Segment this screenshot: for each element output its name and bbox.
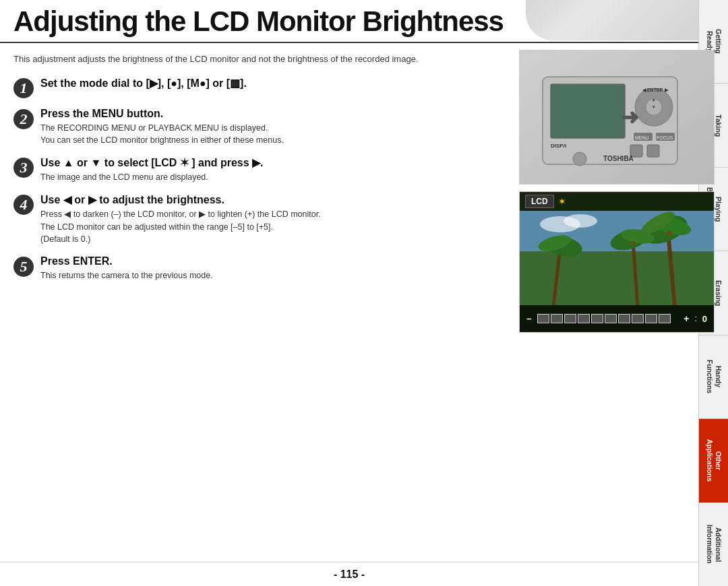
step-5-content: Press ENTER. This returns the camera to … [40, 255, 506, 282]
step-number-2: 2 [13, 109, 34, 129]
svg-text:TOSHIBA: TOSHIBA [603, 155, 634, 162]
step-2: 2 Press the MENU button. The RECORDING M… [13, 108, 506, 148]
svg-text:DISP/i: DISP/i [551, 143, 566, 149]
page-header: Adjusting the LCD Monitor Brightness [0, 0, 728, 43]
brightness-colon: : [694, 314, 696, 323]
step-4-desc: Press ◀ to darken (–) the LCD monitor, o… [40, 208, 506, 246]
steps-section: 1 Set the mode dial to [▶], [●], [M●] or… [13, 77, 506, 282]
page-number: - 115 - [334, 568, 365, 581]
svg-text:MENU: MENU [635, 135, 649, 140]
bright-box-5 [591, 314, 603, 323]
bright-box-4 [578, 314, 590, 323]
sidebar-tab-handy[interactable]: HandyFunctions [699, 335, 728, 419]
main-content: This adjustment adjusts the brightness o… [0, 43, 728, 564]
brightness-minus: – [526, 313, 532, 324]
svg-point-18 [564, 214, 597, 228]
bright-box-3 [564, 314, 576, 323]
svg-text:◀ ENTER ▶: ◀ ENTER ▶ [642, 88, 669, 92]
bright-box-1 [537, 314, 549, 323]
intro-text: This adjustment adjusts the brightness o… [13, 53, 506, 66]
bright-box-2 [551, 314, 563, 323]
step-4: 4 Use ◀ or ▶ to adjust the brightness. P… [13, 193, 506, 246]
camera-image-bottom: LCD ✶ [519, 191, 715, 333]
step-number-1: 1 [13, 78, 34, 98]
content-area: This adjustment adjusts the brightness o… [0, 43, 519, 564]
step-3: 3 Use ▲ or ▼ to select [LCD ✶ ] and pres… [13, 156, 506, 184]
svg-text:▴: ▴ [653, 97, 655, 102]
step-5-title: Press ENTER. [40, 255, 506, 267]
page-title: Adjusting the LCD Monitor Brightness [13, 5, 715, 38]
svg-text:FOCUS: FOCUS [657, 135, 673, 140]
bright-box-10 [659, 314, 671, 323]
lcd-brightness-bar: – + : 0 [520, 305, 714, 332]
right-column: ➜ ◀ ENTER ▶ ▾ ▴ MENU [519, 43, 728, 564]
step-2-content: Press the MENU button. The RECORDING MEN… [40, 108, 506, 148]
step-3-content: Use ▲ or ▼ to select [LCD ✶ ] and press … [40, 156, 506, 184]
bright-box-7 [618, 314, 630, 323]
bright-box-9 [645, 314, 657, 323]
step-2-title: Press the MENU button. [40, 108, 506, 120]
camera-diagram: ◀ ENTER ▶ ▾ ▴ MENU FOCUS DISP/i [529, 60, 704, 174]
svg-point-30 [667, 230, 672, 236]
sun-icon: ✶ [558, 196, 566, 207]
svg-rect-19 [520, 251, 714, 305]
step-2-desc: The RECORDING MENU or PLAYBACK MENU is d… [40, 122, 506, 148]
step-3-title: Use ▲ or ▼ to select [LCD ✶ ] and press … [40, 156, 506, 169]
lcd-label: LCD [525, 195, 554, 208]
lcd-header-bar: LCD ✶ [520, 192, 714, 211]
bright-box-6 [605, 314, 617, 323]
sidebar-tab-additional[interactable]: AdditionalInformation [699, 503, 728, 586]
step-1: 1 Set the mode dial to [▶], [●], [M●] or… [13, 77, 506, 98]
palm-scene-svg [520, 211, 714, 305]
step-5-desc: This returns the camera to the previous … [40, 269, 506, 282]
step-3-desc: The image and the LCD menu are displayed… [40, 171, 506, 184]
step-1-title: Set the mode dial to [▶], [●], [M●] or [… [40, 77, 506, 90]
page-footer: - 115 - [0, 562, 698, 586]
svg-point-31 [631, 241, 635, 245]
step-number-5: 5 [13, 257, 34, 277]
brightness-value: 0 [702, 314, 707, 324]
palm-tree-scene [520, 211, 714, 305]
step-number-4: 4 [13, 195, 34, 215]
brightness-boxes [537, 314, 679, 323]
bright-box-8 [632, 314, 644, 323]
sidebar-tab-other[interactable]: OtherApplications [699, 419, 728, 502]
camera-image-top: ➜ ◀ ENTER ▶ ▾ ▴ MENU [519, 50, 715, 185]
step-4-content: Use ◀ or ▶ to adjust the brightness. Pre… [40, 193, 506, 246]
svg-text:▾: ▾ [653, 104, 655, 109]
arrow-indicator: ➜ [621, 104, 639, 130]
brightness-plus: + [684, 313, 689, 324]
step-number-3: 3 [13, 158, 34, 178]
svg-rect-12 [647, 145, 659, 157]
step-4-title: Use ◀ or ▶ to adjust the brightness. [40, 193, 506, 206]
step-5: 5 Press ENTER. This returns the camera t… [13, 255, 506, 282]
step-1-content: Set the mode dial to [▶], [●], [M●] or [… [40, 77, 506, 92]
svg-rect-1 [551, 84, 625, 138]
svg-point-14 [573, 152, 586, 166]
